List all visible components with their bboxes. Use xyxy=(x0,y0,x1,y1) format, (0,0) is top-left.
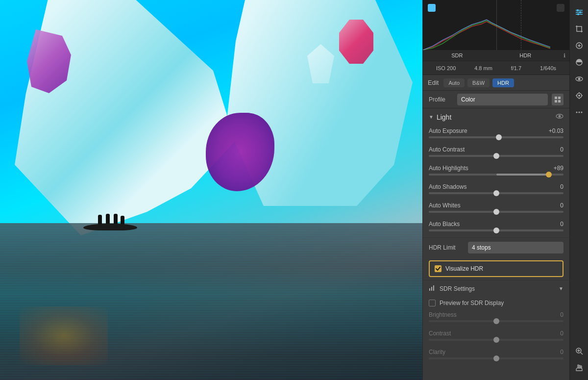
slider-thumb-5[interactable] xyxy=(493,228,499,233)
sdr-slider-track-1 xyxy=(429,339,564,341)
profile-row: Profile Color Landscape Portrait Flat xyxy=(423,91,569,108)
slider-thumb-4[interactable] xyxy=(493,209,499,215)
hdr-limit-select[interactable]: 4 stops 2 stops 3 stops 5 stops 6 stops xyxy=(468,242,564,253)
zoom-icon[interactable] xyxy=(572,344,587,358)
histogram-info-icon[interactable]: ℹ xyxy=(560,52,569,59)
main-canvas xyxy=(0,0,422,380)
visualize-hdr-row[interactable]: Visualize HDR xyxy=(429,260,564,277)
svg-rect-1 xyxy=(558,97,561,99)
svg-point-21 xyxy=(578,78,580,80)
preview-sdr-row: Preview for SDR Display xyxy=(423,297,569,309)
slider-thumb-0[interactable] xyxy=(496,134,502,140)
shutter-speed: 1/640s xyxy=(540,65,556,71)
svg-point-14 xyxy=(579,11,581,13)
visualize-hdr-label: Visualize HDR xyxy=(445,265,483,272)
boat-hull xyxy=(83,224,137,230)
adjustment-row-4: Auto Whites 0 xyxy=(423,200,569,219)
sdr-slider-thumb-1 xyxy=(493,337,499,343)
edit-tabs-row: Edit Auto B&W HDR xyxy=(423,75,569,91)
histogram-labels: SDR HDR ℹ xyxy=(423,50,569,61)
shadow-clipping-indicator[interactable] xyxy=(557,4,564,12)
profile-grid-icon[interactable] xyxy=(552,94,564,105)
adj-value-5: 0 xyxy=(544,221,564,228)
light-section-title: Light xyxy=(437,113,556,121)
focal-length: 4.8 mm xyxy=(474,65,492,71)
boat xyxy=(83,217,137,230)
slider-track-4[interactable] xyxy=(429,211,564,213)
light-visibility-icon[interactable] xyxy=(556,112,564,122)
redeye-icon[interactable] xyxy=(572,72,587,86)
crop-icon[interactable] xyxy=(572,22,587,36)
adj-value-4: 0 xyxy=(544,202,564,209)
adj-label-4: Auto Whites xyxy=(429,202,461,209)
sdr-adj-label-0: Brightness xyxy=(429,311,457,318)
adjustments-container: Auto Exposure +0.03 Auto Contrast 0 Auto… xyxy=(423,126,569,237)
edit-label: Edit xyxy=(428,79,439,86)
highlight-clipping-indicator[interactable] xyxy=(428,4,436,12)
svg-rect-36 xyxy=(579,365,580,368)
tab-hdr[interactable]: HDR xyxy=(492,78,514,87)
sdr-adjustments-container: Brightness 0 Contrast 0 Clarity 0 xyxy=(423,309,569,365)
adjustment-row-5: Auto Blacks 0 xyxy=(423,219,569,237)
more-icon[interactable] xyxy=(572,105,587,120)
slider-track-1[interactable] xyxy=(429,155,564,157)
adjustment-row-0: Auto Exposure +0.03 xyxy=(423,126,569,144)
slider-track-2[interactable] xyxy=(429,174,564,176)
filter-icon[interactable] xyxy=(572,88,587,103)
svg-point-30 xyxy=(581,112,582,113)
metadata-row: ISO 200 4.8 mm f/1.7 1/640s xyxy=(423,61,569,75)
sdr-adj-label-2: Clarity xyxy=(429,349,445,355)
svg-rect-35 xyxy=(578,365,579,368)
sliders-icon[interactable] xyxy=(572,5,587,20)
svg-rect-2 xyxy=(555,100,557,102)
sdr-chevron-icon: ▼ xyxy=(559,286,564,291)
preview-sdr-checkbox[interactable] xyxy=(429,300,436,306)
adj-label-5: Auto Blacks xyxy=(429,221,460,228)
tab-auto[interactable]: Auto xyxy=(443,78,465,87)
profile-label: Profile xyxy=(429,96,453,103)
adjustment-row-3: Auto Shadows 0 xyxy=(423,181,569,200)
slider-track-0[interactable] xyxy=(429,136,564,138)
hand-icon[interactable] xyxy=(572,360,587,375)
svg-point-28 xyxy=(576,112,577,113)
light-section-header[interactable]: ▼ Light xyxy=(423,108,569,126)
slider-track-3[interactable] xyxy=(429,192,564,194)
svg-rect-7 xyxy=(431,287,432,291)
svg-line-32 xyxy=(581,353,583,355)
sdr-label: SDR xyxy=(423,52,491,58)
svg-point-23 xyxy=(578,95,580,97)
sdr-bars-icon xyxy=(429,284,436,293)
sdr-slider-track-2 xyxy=(429,357,564,359)
sdr-settings-label: SDR Settings xyxy=(440,285,555,292)
panel-scroll[interactable]: ▼ Light Auto Exposure +0.03 Auto Cont xyxy=(423,108,569,380)
svg-point-13 xyxy=(577,9,579,11)
healing-icon[interactable] xyxy=(572,38,587,53)
adj-value-3: 0 xyxy=(544,183,564,190)
slider-thumb-3[interactable] xyxy=(493,190,499,196)
sdr-slider-track-0 xyxy=(429,320,564,322)
slider-thumb-2[interactable] xyxy=(546,172,552,177)
sdr-adjustment-row-2: Clarity 0 xyxy=(423,347,569,365)
sdr-settings-row[interactable]: SDR Settings ▼ xyxy=(423,280,569,297)
svg-point-5 xyxy=(559,115,561,118)
sdr-slider-thumb-2 xyxy=(493,355,499,361)
histogram-graph xyxy=(423,12,550,50)
visualize-hdr-checkbox[interactable] xyxy=(435,265,441,272)
preview-sdr-label: Preview for SDR Display xyxy=(440,300,504,306)
reflection-orange xyxy=(20,306,108,365)
adj-value-0: +0.03 xyxy=(544,127,564,134)
mask-icon[interactable] xyxy=(572,55,587,70)
tab-bw[interactable]: B&W xyxy=(467,78,490,87)
main-image xyxy=(0,0,422,380)
profile-select[interactable]: Color Landscape Portrait Flat xyxy=(457,94,548,105)
slider-track-5[interactable] xyxy=(429,229,564,231)
sdr-adj-value-0: 0 xyxy=(544,311,564,318)
slider-thumb-1[interactable] xyxy=(493,153,499,159)
svg-point-15 xyxy=(577,13,579,15)
light-chevron-icon: ▼ xyxy=(429,114,434,120)
sdr-slider-thumb-0 xyxy=(493,318,499,324)
svg-rect-8 xyxy=(433,285,434,291)
svg-rect-0 xyxy=(555,97,557,99)
svg-rect-6 xyxy=(429,288,430,291)
adj-value-2: +89 xyxy=(544,165,564,172)
